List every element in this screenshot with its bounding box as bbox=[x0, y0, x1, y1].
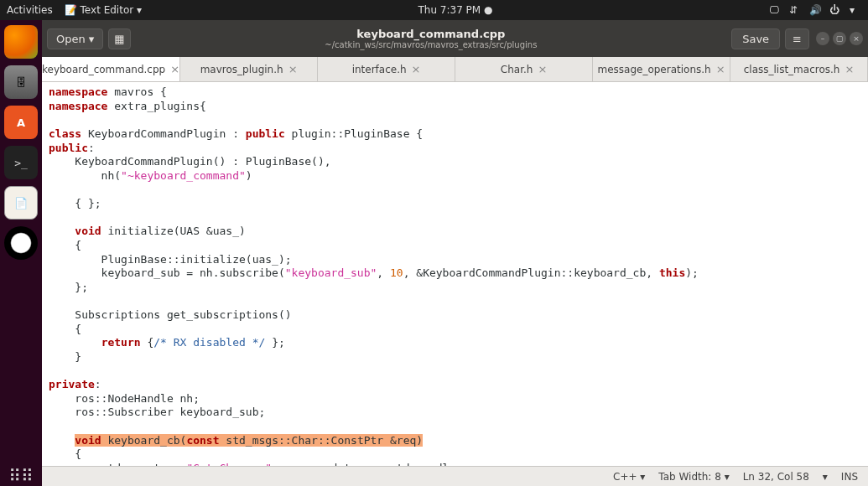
cursor-position: Ln 32, Col 58 bbox=[743, 471, 809, 483]
clock[interactable]: Thu 7:37 PM ● bbox=[142, 4, 769, 16]
close-icon[interactable]: × bbox=[170, 63, 179, 75]
tab-mavros-plugin[interactable]: mavros_plugin.h × bbox=[180, 57, 318, 81]
headerbar: Open ▾ ▦ keyboard_command.cpp ~/catkin_w… bbox=[42, 20, 868, 57]
dock-app[interactable] bbox=[4, 226, 38, 260]
new-tab-icon: ▦ bbox=[114, 33, 124, 45]
power-icon[interactable]: ⏻ bbox=[829, 4, 841, 16]
close-icon[interactable]: × bbox=[845, 63, 854, 75]
window-maximize[interactable]: ▢ bbox=[833, 32, 846, 45]
gnome-topbar: Activities 📝 Text Editor ▾ Thu 7:37 PM ●… bbox=[0, 0, 868, 20]
chevron-down-icon[interactable]: ▾ bbox=[823, 471, 828, 483]
dock-terminal[interactable]: >_ bbox=[4, 146, 38, 179]
show-applications[interactable]: ⠿⠿ bbox=[8, 466, 33, 486]
tab-class-list-macros[interactable]: class_list_macros.h × bbox=[730, 57, 868, 81]
window-close[interactable]: × bbox=[850, 32, 863, 45]
language-selector[interactable]: C++ ▾ bbox=[613, 471, 645, 483]
dock-files[interactable]: 🗄 bbox=[4, 65, 38, 99]
chevron-down-icon[interactable]: ▾ bbox=[850, 4, 861, 16]
dock-text-editor[interactable]: 📄 bbox=[4, 186, 38, 220]
chevron-down-icon: ▾ bbox=[89, 33, 95, 45]
status-bar: C++ ▾ Tab Width: 8 ▾ Ln 32, Col 58 ▾ INS bbox=[42, 466, 868, 486]
tab-interface[interactable]: interface.h × bbox=[318, 57, 455, 81]
ubuntu-dock: 🗄 A >_ 📄 ⠿⠿ bbox=[0, 20, 42, 486]
screen-icon[interactable]: 🖵 bbox=[769, 4, 781, 16]
close-icon[interactable]: × bbox=[288, 63, 298, 75]
network-icon[interactable]: ⇵ bbox=[789, 4, 801, 16]
dock-firefox[interactable] bbox=[4, 25, 38, 59]
close-icon[interactable]: × bbox=[716, 63, 725, 75]
hamburger-menu[interactable]: ≡ bbox=[785, 28, 809, 49]
gedit-icon: 📝 bbox=[65, 4, 77, 16]
close-icon[interactable]: × bbox=[412, 63, 421, 75]
code-view[interactable]: namespace mavros { namespace extra_plugi… bbox=[42, 82, 868, 466]
gedit-window: Open ▾ ▦ keyboard_command.cpp ~/catkin_w… bbox=[42, 20, 868, 486]
activities-button[interactable]: Activities bbox=[7, 4, 53, 16]
title-block: keyboard_command.cpp ~/catkin_ws/src/mav… bbox=[131, 28, 732, 49]
close-icon[interactable]: × bbox=[538, 63, 547, 75]
tab-keyboard-command[interactable]: keyboard_command.cpp × bbox=[42, 57, 180, 81]
open-button[interactable]: Open ▾ bbox=[47, 28, 103, 49]
tab-bar: keyboard_command.cpp × mavros_plugin.h ×… bbox=[42, 57, 868, 82]
tab-message-operations[interactable]: message_operations.h × bbox=[593, 57, 730, 81]
window-minimize[interactable]: – bbox=[816, 32, 829, 45]
insert-mode[interactable]: INS bbox=[841, 471, 858, 483]
window-subtitle: ~/catkin_ws/src/mavros/mavros_extras/src… bbox=[131, 40, 732, 49]
new-document-button[interactable]: ▦ bbox=[108, 28, 130, 49]
tab-width-selector[interactable]: Tab Width: 8 ▾ bbox=[658, 471, 729, 483]
window-title: keyboard_command.cpp bbox=[131, 28, 732, 40]
save-button[interactable]: Save bbox=[731, 28, 780, 49]
tab-char[interactable]: Char.h × bbox=[455, 57, 593, 81]
volume-icon[interactable]: 🔊 bbox=[809, 4, 821, 16]
app-menu[interactable]: 📝 Text Editor ▾ bbox=[65, 4, 142, 16]
dock-software[interactable]: A bbox=[4, 106, 38, 139]
